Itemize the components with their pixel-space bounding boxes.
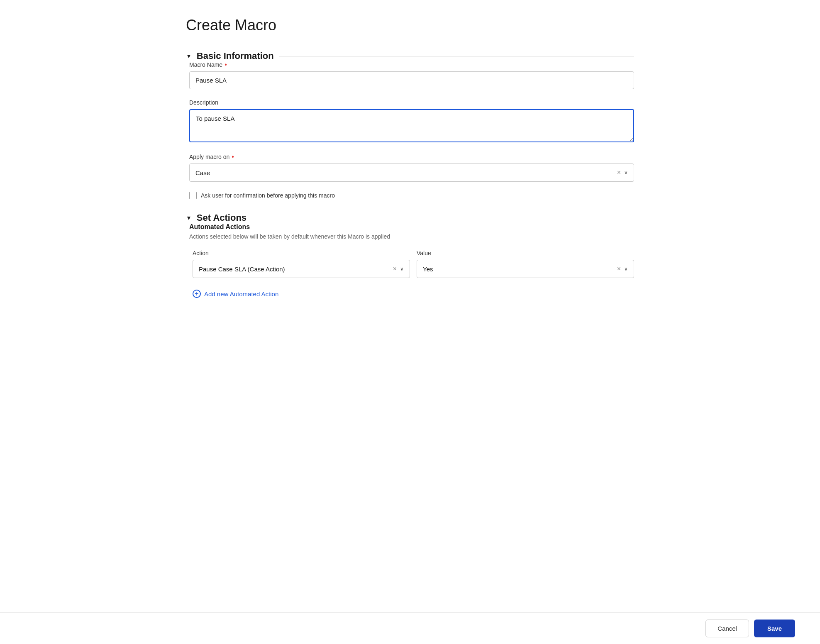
description-textarea[interactable]: To pause SLA xyxy=(189,109,634,142)
value-dropdown-icon[interactable]: ∨ xyxy=(624,266,628,272)
description-group: Description To pause SLA xyxy=(186,99,634,144)
set-actions-content: Automated Actions Actions selected below… xyxy=(186,223,634,301)
confirmation-checkbox-label: Ask user for confirmation before applyin… xyxy=(201,192,335,199)
save-button[interactable]: Save xyxy=(754,620,795,637)
apply-macro-on-group: Apply macro on • Case × ∨ xyxy=(186,154,634,182)
set-actions-divider xyxy=(251,218,634,218)
value-select-controls: × ∨ xyxy=(617,265,628,273)
action-select-controls: × ∨ xyxy=(393,265,404,273)
add-automated-action-button[interactable]: + Add new Automated Action xyxy=(189,286,282,301)
set-actions-chevron-icon[interactable]: ▼ xyxy=(186,215,192,221)
basic-info-chevron-icon[interactable]: ▼ xyxy=(186,53,192,59)
macro-name-required: • xyxy=(225,61,227,68)
apply-macro-required: • xyxy=(232,154,234,160)
automated-actions-title: Automated Actions xyxy=(189,223,634,231)
description-label: Description xyxy=(189,99,634,106)
macro-name-input[interactable] xyxy=(189,71,634,89)
add-action-label: Add new Automated Action xyxy=(204,290,278,298)
set-actions-section: ▼ Set Actions Automated Actions Actions … xyxy=(186,212,634,301)
value-col: Value Yes × ∨ xyxy=(417,250,634,278)
apply-macro-on-select-wrapper: Case × ∨ xyxy=(189,163,634,182)
add-action-plus-icon: + xyxy=(193,290,201,298)
action-select[interactable]: Pause Case SLA (Case Action) × ∨ xyxy=(193,260,410,278)
value-col-label: Value xyxy=(417,250,634,256)
automated-actions-desc: Actions selected below will be taken by … xyxy=(189,233,634,240)
confirmation-checkbox-group: Ask user for confirmation before applyin… xyxy=(186,192,634,199)
macro-name-label: Macro Name • xyxy=(189,61,634,68)
basic-info-title: Basic Information xyxy=(197,51,274,61)
footer-bar: Cancel Save xyxy=(0,612,820,644)
value-clear-icon[interactable]: × xyxy=(617,265,621,273)
action-clear-icon[interactable]: × xyxy=(393,265,397,273)
action-select-value: Pause Case SLA (Case Action) xyxy=(199,266,285,273)
apply-macro-on-select[interactable]: Case × ∨ xyxy=(189,163,634,182)
apply-macro-clear-icon[interactable]: × xyxy=(617,169,621,176)
set-actions-title: Set Actions xyxy=(197,212,246,223)
confirmation-checkbox[interactable] xyxy=(189,192,197,199)
cancel-button[interactable]: Cancel xyxy=(705,620,749,637)
basic-info-header: ▼ Basic Information xyxy=(186,51,634,61)
value-select-value: Yes xyxy=(423,266,433,273)
apply-macro-dropdown-icon[interactable]: ∨ xyxy=(624,170,628,176)
apply-macro-controls: × ∨ xyxy=(617,169,628,176)
page-title: Create Macro xyxy=(186,17,634,34)
apply-macro-on-label: Apply macro on • xyxy=(189,154,634,160)
basic-info-divider xyxy=(279,56,634,56)
apply-macro-on-value: Case xyxy=(195,169,210,176)
set-actions-header: ▼ Set Actions xyxy=(186,212,634,223)
macro-name-group: Macro Name • xyxy=(186,61,634,89)
action-row: Action Pause Case SLA (Case Action) × ∨ … xyxy=(189,250,634,278)
action-dropdown-icon[interactable]: ∨ xyxy=(400,266,404,272)
basic-information-section: ▼ Basic Information Macro Name • Descrip… xyxy=(186,51,634,199)
action-col: Action Pause Case SLA (Case Action) × ∨ xyxy=(193,250,410,278)
action-col-label: Action xyxy=(193,250,410,256)
value-select[interactable]: Yes × ∨ xyxy=(417,260,634,278)
